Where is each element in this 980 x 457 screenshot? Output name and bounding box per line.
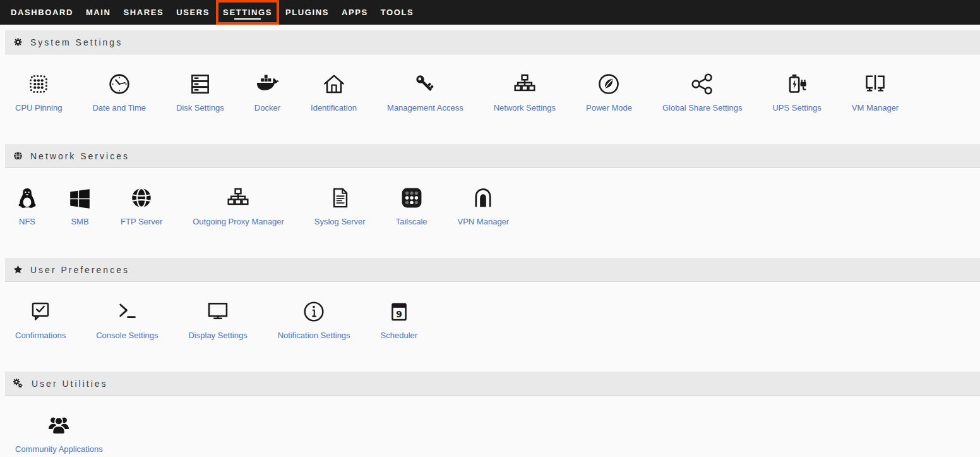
settings-item-label: SMB xyxy=(71,217,88,226)
settings-item-label: Docker xyxy=(254,103,280,113)
settings-item-label: CPU Pinning xyxy=(15,103,62,113)
info-circle-icon xyxy=(302,298,326,324)
section-items: ConfirmationsConsole SettingsDisplay Set… xyxy=(0,282,980,372)
nav-item-label: SHARES xyxy=(124,8,164,17)
settings-page: System SettingsCPU PinningDate and TimeD… xyxy=(0,25,980,457)
sitemap-icon xyxy=(513,71,537,96)
settings-item-label: Display Settings xyxy=(188,331,247,340)
globe-solid-icon xyxy=(129,185,153,210)
star-icon xyxy=(13,265,23,274)
dual-monitor-icon xyxy=(863,71,887,96)
settings-item-label: Scheduler xyxy=(381,331,418,340)
settings-item-date-and-time[interactable]: Date and Time xyxy=(77,71,161,113)
svg-text:9: 9 xyxy=(396,309,402,319)
settings-item-label: Power Mode xyxy=(586,103,632,113)
nav-item-label: SETTINGS xyxy=(223,8,272,17)
calendar-icon: 9 xyxy=(387,298,411,324)
settings-item-global-share-settings[interactable]: Global Share Settings xyxy=(647,71,757,113)
section-title: System Settings xyxy=(30,37,122,47)
clock-icon xyxy=(107,71,131,96)
battery-plug-icon xyxy=(785,71,809,96)
settings-item-network-settings[interactable]: Network Settings xyxy=(479,71,571,113)
nav-item-tools[interactable]: TOOLS xyxy=(374,0,421,25)
section-items: NFSSMBFTP ServerOutgoing Proxy ManagerSy… xyxy=(0,168,980,258)
vpn-arch-icon xyxy=(471,185,495,210)
nav-item-label: DASHBOARD xyxy=(11,8,73,17)
settings-item-confirmations[interactable]: Confirmations xyxy=(0,298,81,340)
house-icon xyxy=(322,71,346,96)
users-icon xyxy=(47,412,71,437)
settings-item-notification-settings[interactable]: Notification Settings xyxy=(263,298,366,340)
settings-item-disk-settings[interactable]: Disk Settings xyxy=(161,71,239,113)
settings-item-scheduler[interactable]: 9Scheduler xyxy=(366,298,433,340)
server-icon xyxy=(188,71,212,96)
settings-item-console-settings[interactable]: Console Settings xyxy=(81,298,173,340)
settings-item-label: Console Settings xyxy=(96,331,158,340)
nav-item-label: APPS xyxy=(342,8,368,17)
nav-item-dashboard[interactable]: DASHBOARD xyxy=(4,0,80,25)
sitemap-icon xyxy=(226,185,250,210)
nav-item-apps[interactable]: APPS xyxy=(335,0,374,25)
section-user-preferences: User PreferencesConfirmationsConsole Set… xyxy=(0,258,980,372)
key-icon xyxy=(413,71,437,96)
settings-item-ups-settings[interactable]: UPS Settings xyxy=(757,71,836,113)
nav-item-label: PLUGINS xyxy=(285,8,329,17)
docker-whale-icon xyxy=(255,71,279,96)
section-header-user-preferences: User Preferences xyxy=(5,258,980,282)
settings-item-cpu-pinning[interactable]: CPU Pinning xyxy=(0,71,77,113)
nav-item-shares[interactable]: SHARES xyxy=(117,0,170,25)
settings-item-outgoing-proxy-manager[interactable]: Outgoing Proxy Manager xyxy=(177,185,299,226)
nav-item-settings[interactable]: SETTINGS xyxy=(216,0,279,25)
settings-item-label: Community Applications xyxy=(15,444,103,454)
settings-item-docker[interactable]: Docker xyxy=(239,71,296,113)
section-network-services: Network ServicesNFSSMBFTP ServerOutgoing… xyxy=(0,144,980,258)
settings-item-tailscale[interactable]: Tailscale xyxy=(381,185,443,226)
settings-item-label: Confirmations xyxy=(15,331,66,340)
settings-item-label: Disk Settings xyxy=(176,103,224,113)
settings-item-community-applications[interactable]: Community Applications xyxy=(0,412,118,454)
nav-item-label: MAIN xyxy=(86,8,111,17)
section-items: CPU PinningDate and TimeDisk SettingsDoc… xyxy=(0,54,980,144)
tailscale-icon xyxy=(400,185,424,210)
section-title: User Preferences xyxy=(30,265,129,275)
leaf-circle-icon xyxy=(597,71,621,96)
settings-item-vm-manager[interactable]: VM Manager xyxy=(837,71,914,113)
globe-icon xyxy=(13,151,23,161)
settings-item-label: UPS Settings xyxy=(772,103,821,113)
settings-item-label: Notification Settings xyxy=(278,331,350,340)
section-header-user-utilities: User Utilities xyxy=(5,372,980,396)
settings-item-power-mode[interactable]: Power Mode xyxy=(571,71,647,113)
settings-item-management-access[interactable]: Management Access xyxy=(372,71,479,113)
section-header-network-services: Network Services xyxy=(5,144,980,168)
settings-item-label: VPN Manager xyxy=(458,217,510,226)
file-lines-icon xyxy=(328,185,352,210)
settings-item-label: VM Manager xyxy=(852,103,899,113)
settings-item-label: Tailscale xyxy=(396,217,427,226)
nav-item-label: USERS xyxy=(176,8,210,17)
settings-item-identification[interactable]: Identification xyxy=(296,71,372,113)
gear-icon xyxy=(13,37,23,47)
section-header-system-settings: System Settings xyxy=(5,30,980,54)
settings-item-display-settings[interactable]: Display Settings xyxy=(173,298,262,340)
section-items: Community Applications xyxy=(0,396,980,457)
settings-item-label: NFS xyxy=(19,217,35,226)
nav-item-users[interactable]: USERS xyxy=(170,0,216,25)
nav-item-plugins[interactable]: PLUGINS xyxy=(279,0,335,25)
settings-item-syslog-server[interactable]: Syslog Server xyxy=(299,185,381,226)
windows-icon xyxy=(69,185,90,210)
settings-item-vpn-manager[interactable]: VPN Manager xyxy=(443,185,525,226)
settings-item-label: Global Share Settings xyxy=(662,103,742,113)
share-nodes-icon xyxy=(690,71,714,96)
nav-item-main[interactable]: MAIN xyxy=(80,0,117,25)
settings-item-ftp-server[interactable]: FTP Server xyxy=(105,185,177,226)
settings-item-label: Management Access xyxy=(387,103,463,113)
settings-item-label: Syslog Server xyxy=(314,217,366,226)
section-system-settings: System SettingsCPU PinningDate and TimeD… xyxy=(0,30,980,144)
settings-item-nfs[interactable]: NFS xyxy=(0,185,54,226)
settings-item-label: Date and Time xyxy=(92,103,146,113)
top-nav-bar: DASHBOARDMAINSHARESUSERSSETTINGSPLUGINSA… xyxy=(0,0,980,25)
terminal-icon xyxy=(115,298,139,324)
settings-item-label: Identification xyxy=(311,103,357,113)
settings-item-smb[interactable]: SMB xyxy=(54,185,105,226)
active-tab-underline xyxy=(234,18,261,20)
